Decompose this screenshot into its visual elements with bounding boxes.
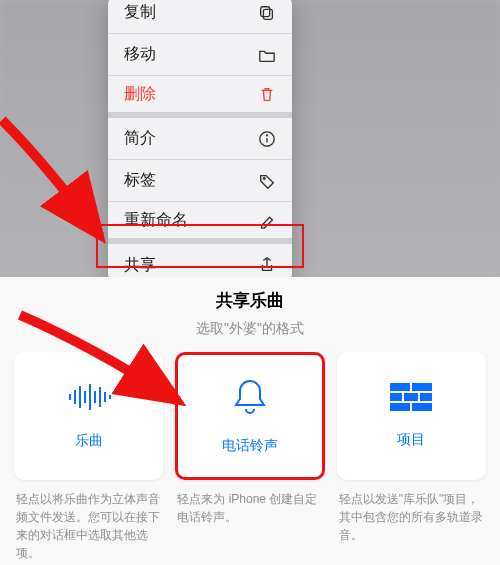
svg-rect-1	[261, 6, 270, 16]
tile-card-project[interactable]: 项目	[337, 352, 486, 480]
menu-item-label: 标签	[124, 170, 156, 191]
menu-item-label: 重新命名	[124, 210, 188, 231]
bricks-icon	[390, 383, 432, 415]
tag-icon	[258, 172, 276, 190]
share-sheet: 共享乐曲 选取"外婆"的格式 乐曲 轻点以将乐曲作为立体声音频文件发送。您可以在…	[0, 277, 500, 565]
top-region: 复制 移动 删除 简介 标签	[0, 0, 500, 277]
sheet-title: 共享乐曲	[0, 277, 500, 320]
menu-item-label: 共享	[124, 255, 156, 276]
menu-item-label: 复制	[124, 2, 156, 23]
pencil-icon	[258, 211, 276, 229]
tile-song: 乐曲 轻点以将乐曲作为立体声音频文件发送。您可以在接下来的对话框中选取其他选项。	[14, 352, 163, 562]
context-menu: 复制 移动 删除 简介 标签	[108, 0, 292, 286]
bell-icon	[231, 377, 269, 421]
tile-label: 乐曲	[75, 432, 103, 450]
copy-icon	[258, 4, 276, 22]
tile-ringtone: 电话铃声 轻点来为 iPhone 创建自定电话铃声。	[175, 352, 324, 562]
share-icon	[258, 256, 276, 274]
tile-desc: 轻点来为 iPhone 创建自定电话铃声。	[175, 490, 324, 526]
trash-icon	[258, 85, 276, 103]
svg-rect-17	[390, 393, 402, 401]
menu-item-move[interactable]: 移动	[108, 34, 292, 76]
menu-item-copy[interactable]: 复制	[108, 0, 292, 34]
svg-point-4	[267, 134, 268, 135]
tile-card-song[interactable]: 乐曲	[14, 352, 163, 480]
menu-item-info[interactable]: 简介	[108, 118, 292, 160]
menu-item-rename[interactable]: 重新命名	[108, 202, 292, 244]
tile-label: 电话铃声	[222, 437, 278, 455]
tile-label: 项目	[397, 431, 425, 449]
folder-icon	[258, 46, 276, 64]
menu-item-label: 简介	[124, 128, 156, 149]
menu-item-label: 删除	[124, 84, 156, 105]
menu-item-tag[interactable]: 标签	[108, 160, 292, 202]
menu-item-label: 移动	[124, 44, 156, 65]
svg-rect-15	[390, 383, 410, 391]
svg-rect-16	[412, 383, 432, 391]
waveform-icon	[66, 382, 112, 416]
tile-card-ringtone[interactable]: 电话铃声	[175, 352, 324, 480]
svg-rect-18	[404, 393, 418, 401]
svg-rect-0	[263, 9, 272, 19]
info-icon	[258, 130, 276, 148]
svg-point-5	[263, 177, 265, 179]
tile-project: 项目 轻点以发送"库乐队"项目，其中包含您的所有多轨道录音。	[337, 352, 486, 562]
sheet-subtitle: 选取"外婆"的格式	[0, 320, 500, 338]
tile-row: 乐曲 轻点以将乐曲作为立体声音频文件发送。您可以在接下来的对话框中选取其他选项。…	[0, 352, 500, 562]
svg-rect-21	[412, 403, 432, 411]
tile-desc: 轻点以发送"库乐队"项目，其中包含您的所有多轨道录音。	[337, 490, 486, 544]
tile-desc: 轻点以将乐曲作为立体声音频文件发送。您可以在接下来的对话框中选取其他选项。	[14, 490, 163, 562]
svg-rect-19	[420, 393, 432, 401]
svg-rect-20	[390, 403, 410, 411]
menu-item-delete[interactable]: 删除	[108, 76, 292, 118]
